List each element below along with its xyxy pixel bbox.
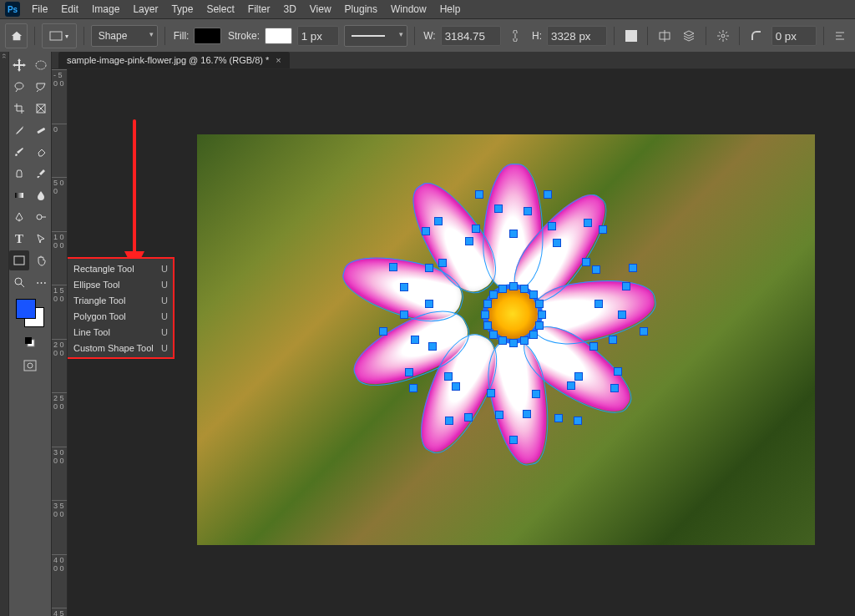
height-input[interactable] bbox=[547, 26, 607, 46]
frame-tool[interactable] bbox=[31, 98, 51, 119]
move-tool[interactable] bbox=[9, 55, 29, 75]
anchor-node[interactable] bbox=[487, 389, 495, 397]
anchor-node[interactable] bbox=[538, 311, 546, 319]
anchor-node[interactable] bbox=[483, 300, 492, 308]
close-tab-icon[interactable]: × bbox=[276, 55, 281, 65]
align-edges-icon[interactable] bbox=[655, 25, 674, 47]
stack-order-icon[interactable] bbox=[680, 25, 699, 47]
anchor-node[interactable] bbox=[400, 311, 408, 319]
marquee-tool[interactable] bbox=[31, 55, 51, 75]
eyedropper-tool[interactable] bbox=[9, 120, 29, 140]
flyout-line-tool[interactable]: Line ToolU bbox=[68, 324, 173, 340]
menu-window[interactable]: Window bbox=[384, 2, 433, 17]
type-tool[interactable]: T bbox=[9, 229, 29, 249]
anchor-node[interactable] bbox=[520, 285, 529, 293]
anchor-node[interactable] bbox=[609, 336, 617, 344]
collapse-chevrons-icon[interactable]: ‹‹ bbox=[0, 53, 8, 58]
anchor-node[interactable] bbox=[428, 342, 437, 351]
menu-help[interactable]: Help bbox=[433, 2, 468, 17]
color-picker[interactable] bbox=[16, 299, 44, 327]
ruler-vertical[interactable]: - 5 0 005 0 01 0 0 01 5 0 02 0 0 02 5 0 … bbox=[52, 69, 68, 616]
anchor-node[interactable] bbox=[400, 283, 408, 291]
rounded-corner-icon[interactable] bbox=[746, 25, 766, 47]
anchor-node[interactable] bbox=[452, 382, 460, 391]
anchor-node[interactable] bbox=[582, 258, 590, 266]
healing-tool[interactable] bbox=[31, 120, 51, 140]
anchor-node[interactable] bbox=[529, 331, 538, 339]
anchor-node[interactable] bbox=[434, 217, 443, 225]
rectangle-tool[interactable] bbox=[9, 250, 29, 270]
anchor-node[interactable] bbox=[411, 336, 419, 344]
anchor-node[interactable] bbox=[554, 414, 563, 422]
anchor-node[interactable] bbox=[425, 264, 433, 272]
hand-tool[interactable] bbox=[31, 250, 51, 270]
anchor-node[interactable] bbox=[483, 321, 492, 330]
stroke-swatch[interactable] bbox=[265, 28, 292, 44]
lasso-tool[interactable] bbox=[9, 77, 29, 97]
flyout-triangle-tool[interactable]: Triangle ToolU bbox=[68, 292, 173, 308]
menu-type[interactable]: Type bbox=[164, 2, 200, 17]
anchor-node[interactable] bbox=[599, 225, 607, 234]
menu-plugins[interactable]: Plugins bbox=[338, 2, 384, 17]
anchor-node[interactable] bbox=[524, 207, 532, 215]
menu-edit[interactable]: Edit bbox=[54, 2, 85, 17]
anchor-node[interactable] bbox=[472, 225, 480, 233]
edit-toolbar-button[interactable]: ⋯ bbox=[31, 272, 51, 292]
dock-strip[interactable]: ‹‹ bbox=[0, 52, 9, 616]
anchor-node[interactable] bbox=[409, 384, 417, 392]
default-colors-icon[interactable] bbox=[20, 332, 40, 352]
anchor-node[interactable] bbox=[567, 381, 575, 390]
direct-select-tool[interactable] bbox=[31, 229, 51, 249]
flyout-rect-tool[interactable]: ▪Rectangle ToolU bbox=[68, 260, 173, 276]
stroke-type-picker[interactable] bbox=[344, 25, 408, 47]
tool-preset-picker[interactable]: ▾ bbox=[42, 23, 77, 48]
anchor-node[interactable] bbox=[574, 417, 582, 425]
anchor-node[interactable] bbox=[622, 282, 630, 290]
stroke-width-input[interactable] bbox=[297, 26, 339, 46]
anchor-node[interactable] bbox=[584, 219, 592, 227]
document-tab[interactable]: sample-image-pink-flower.jpg @ 16.7% (RG… bbox=[58, 52, 290, 68]
link-wh-icon[interactable] bbox=[506, 25, 525, 47]
canvas[interactable]: ▪Rectangle ToolUEllipse ToolUTriangle To… bbox=[68, 69, 855, 616]
anchor-node[interactable] bbox=[481, 311, 489, 319]
flyout-custom-tool[interactable]: Custom Shape ToolU bbox=[68, 340, 173, 356]
anchor-node[interactable] bbox=[489, 331, 498, 339]
anchor-node[interactable] bbox=[574, 372, 583, 381]
fill-swatch[interactable] bbox=[194, 28, 221, 44]
anchor-node[interactable] bbox=[610, 384, 619, 392]
anchor-node[interactable] bbox=[553, 239, 561, 247]
anchor-node[interactable] bbox=[640, 327, 648, 336]
anchor-node[interactable] bbox=[509, 282, 518, 290]
anchor-node[interactable] bbox=[495, 411, 503, 419]
anchor-node[interactable] bbox=[629, 264, 637, 272]
width-input[interactable] bbox=[441, 26, 501, 46]
blur-tool[interactable] bbox=[31, 185, 51, 205]
menu-select[interactable]: Select bbox=[200, 2, 240, 17]
anchor-node[interactable] bbox=[535, 300, 544, 308]
anchor-node[interactable] bbox=[594, 300, 603, 308]
anchor-node[interactable] bbox=[498, 285, 507, 293]
anchor-node[interactable] bbox=[498, 336, 507, 345]
eraser-tool[interactable] bbox=[31, 142, 51, 162]
anchor-node[interactable] bbox=[535, 321, 544, 330]
gradient-tool[interactable] bbox=[9, 185, 29, 205]
foreground-color-swatch[interactable] bbox=[16, 299, 36, 319]
anchor-node[interactable] bbox=[523, 410, 531, 418]
flower-selection[interactable] bbox=[387, 172, 638, 439]
anchor-node[interactable] bbox=[614, 367, 622, 376]
menu-file[interactable]: File bbox=[25, 2, 54, 17]
menu-layer[interactable]: Layer bbox=[126, 2, 164, 17]
anchor-node[interactable] bbox=[532, 390, 540, 398]
align-options-icon[interactable] bbox=[831, 25, 850, 47]
anchor-node[interactable] bbox=[548, 222, 556, 230]
zoom-tool[interactable] bbox=[9, 272, 29, 292]
anchor-node[interactable] bbox=[494, 204, 503, 213]
anchor-node[interactable] bbox=[544, 190, 552, 199]
anchor-node[interactable] bbox=[509, 230, 518, 238]
anchor-node[interactable] bbox=[589, 342, 598, 351]
dodge-tool[interactable] bbox=[31, 207, 51, 227]
anchor-node[interactable] bbox=[475, 190, 483, 199]
anchor-node[interactable] bbox=[489, 290, 498, 299]
pen-tool[interactable] bbox=[9, 207, 29, 227]
anchor-node[interactable] bbox=[529, 290, 538, 299]
